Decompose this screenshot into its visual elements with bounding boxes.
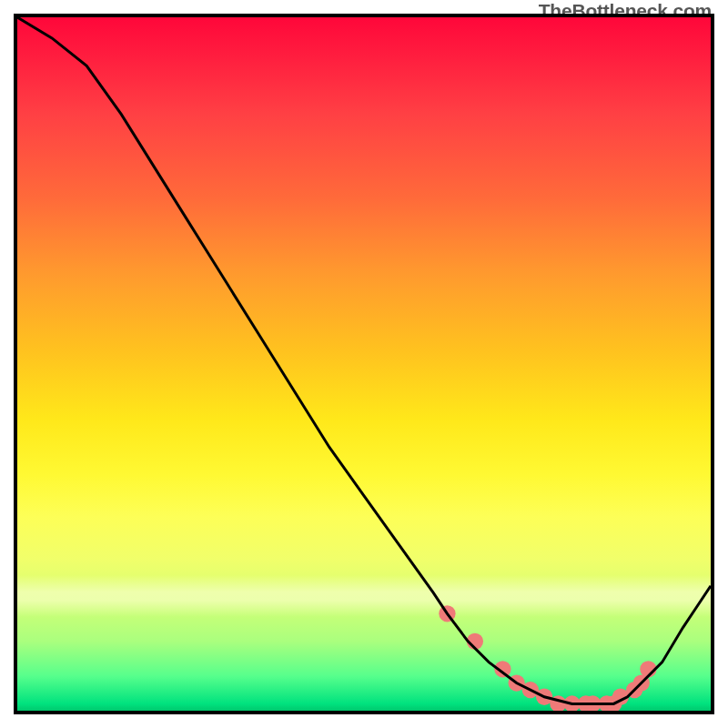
plot-area [14, 14, 714, 714]
bottleneck-curve [17, 17, 711, 703]
chart-svg [17, 17, 711, 711]
chart-container: TheBottleneck.com [0, 0, 728, 728]
optimal-markers [439, 605, 656, 711]
